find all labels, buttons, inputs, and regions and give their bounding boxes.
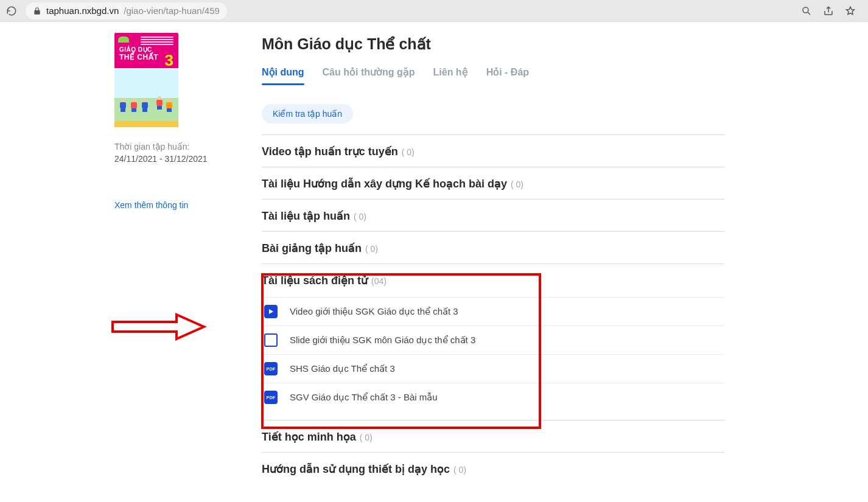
item-label: Slide giới thiệu SGK môn Giáo dục thể ch… (290, 335, 475, 346)
ebook-item-list: Video giới thiệu SGK Giáo dục thể chất 3… (262, 297, 724, 411)
ebook-item-sgv-pdf[interactable]: PDF SGV Giáo dục Thể chất 3 - Bài mẫu (262, 383, 724, 411)
section-title: Bài giảng tập huấn (262, 242, 362, 255)
video-icon (264, 305, 278, 318)
reload-icon[interactable] (6, 5, 17, 16)
book-title-line1: GIÁO DỤC (119, 46, 152, 53)
tab-cau-hoi[interactable]: Câu hỏi thường gặp (323, 66, 415, 85)
training-time-range: 24/11/2021 - 31/12/2021 (114, 154, 237, 164)
ebook-item-shs-pdf[interactable]: PDF SHS Giáo dục Thể chất 3 (262, 354, 724, 383)
pdf-icon: PDF (264, 362, 278, 375)
section-sach-dien-tu[interactable]: Tài liệu sách điện tử (04) Video giới th… (262, 263, 724, 420)
section-title: Hướng dẫn sử dụng thiết bị dạy học (262, 462, 450, 476)
url-host: taphuan.nxbgd.vn (46, 5, 119, 16)
main-content: Môn Giáo dục Thể chất Nội dung Câu hỏi t… (262, 33, 724, 484)
tab-bar: Nội dung Câu hỏi thường gặp Liên hệ Hỏi … (262, 66, 724, 86)
star-icon[interactable] (845, 5, 856, 16)
item-label: Video giới thiệu SGK Giáo dục thể chất 3 (290, 306, 458, 317)
section-count: ( 0) (453, 465, 466, 475)
browser-toolbar: taphuan.nxbgd.vn/giao-vien/tap-huan/459 (0, 0, 868, 22)
pdf-icon: PDF (264, 391, 278, 404)
ebook-item-slide[interactable]: Slide giới thiệu SGK môn Giáo dục thể ch… (262, 326, 724, 354)
section-bai-giang[interactable]: Bài giảng tập huấn ( 0) (262, 231, 724, 263)
item-label: SGV Giáo dục Thể chất 3 - Bài mẫu (290, 392, 438, 403)
section-count: ( 0) (511, 180, 523, 189)
section-title: Tài liệu sách điện tử (262, 274, 368, 287)
section-tai-lieu-tap-huan[interactable]: Tài liệu tập huấn ( 0) (262, 199, 724, 231)
svg-point-0 (803, 7, 808, 13)
tab-lien-he[interactable]: Liên hệ (433, 66, 468, 85)
tab-noi-dung[interactable]: Nội dung (262, 66, 304, 85)
section-count: ( 0) (360, 433, 373, 442)
search-icon[interactable] (801, 5, 812, 16)
section-count: ( 0) (365, 244, 378, 254)
section-count: ( 0) (354, 212, 366, 221)
share-icon[interactable] (823, 5, 834, 16)
page-body: GIÁO DỤC THỂ CHẤT 3 Thời gian tập huấn: … (0, 22, 868, 502)
book-cover[interactable]: GIÁO DỤC THỂ CHẤT 3 (114, 33, 178, 127)
section-title: Tài liệu Hướng dẫn xây dựng Kế hoạch bài… (262, 177, 507, 190)
item-label: SHS Giáo dục Thể chất 3 (290, 363, 395, 374)
ebook-item-video[interactable]: Video giới thiệu SGK Giáo dục thể chất 3 (262, 297, 724, 326)
more-info-link[interactable]: Xem thêm thông tin (114, 200, 237, 210)
section-title: Video tập huấn trực tuyến (262, 145, 398, 158)
sidebar: GIÁO DỤC THỂ CHẤT 3 Thời gian tập huấn: … (0, 33, 262, 484)
section-title: Tiết học minh họa (262, 430, 356, 444)
training-time-label: Thời gian tập huấn: (114, 142, 237, 152)
section-tiet-hoc-minh-hoa[interactable]: Tiết học minh họa ( 0) (262, 420, 724, 452)
tab-hoi-dap[interactable]: Hỏi - Đáp (486, 66, 529, 85)
section-thiet-bi-day-hoc[interactable]: Hướng dẫn sử dụng thiết bị dạy học ( 0) (262, 452, 724, 484)
slide-icon (264, 333, 278, 347)
book-title-line2: THỂ CHẤT (119, 53, 158, 61)
section-count: (04) (371, 276, 387, 286)
test-button[interactable]: Kiểm tra tập huấn (262, 104, 353, 124)
section-count: ( 0) (402, 147, 415, 157)
book-grade: 3 (165, 51, 173, 70)
section-huong-dan-ke-hoach[interactable]: Tài liệu Hướng dẫn xây dựng Kế hoạch bài… (262, 167, 724, 199)
lock-icon (33, 7, 41, 15)
section-title: Tài liệu tập huấn (262, 209, 350, 223)
address-bar[interactable]: taphuan.nxbgd.vn/giao-vien/tap-huan/459 (26, 2, 227, 19)
page-title: Môn Giáo dục Thể chất (262, 35, 724, 53)
section-video-truc-tuyen[interactable]: Video tập huấn trực tuyến ( 0) (262, 134, 724, 167)
url-path: /giao-vien/tap-huan/459 (124, 5, 220, 16)
